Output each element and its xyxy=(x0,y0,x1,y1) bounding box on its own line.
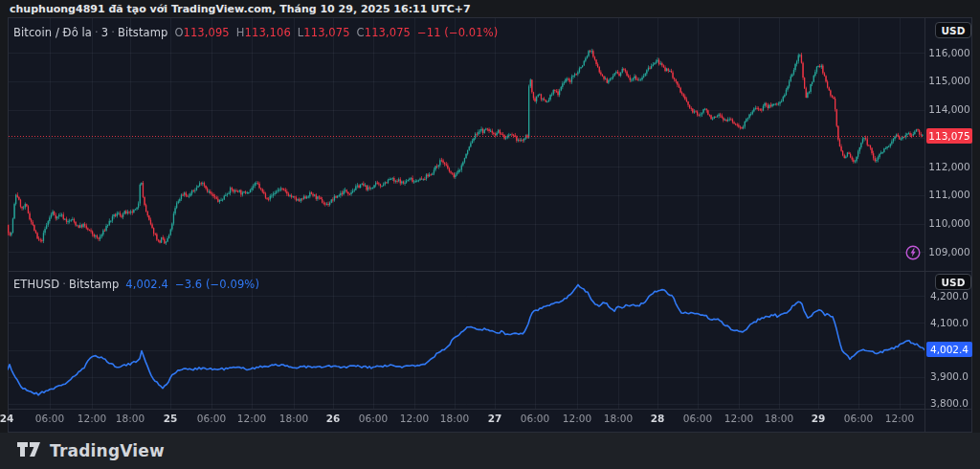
eth-price-tick-label: 3,800.0 xyxy=(924,397,974,409)
btc-ohlc-high: H113,106 xyxy=(236,26,291,39)
btc-ohlc-open: O113,095 xyxy=(174,26,229,39)
btc-ohlc-low: L113,075 xyxy=(298,26,350,39)
time-tick-label: 06:00 xyxy=(359,413,388,424)
time-tick-label: 24 xyxy=(0,413,13,424)
btc-legend: Bitcoin / Đô la·3·BitstampO113,095H113,1… xyxy=(13,26,498,39)
btc-price-tick-label: 114,000 xyxy=(924,103,974,115)
time-tick-label: 18:00 xyxy=(279,413,308,424)
tradingview-brand-text[interactable]: TradingView xyxy=(50,441,165,460)
time-tick-label: 12:00 xyxy=(563,413,591,424)
lightning-icon[interactable] xyxy=(905,245,921,260)
time-tick-label: 06:00 xyxy=(197,413,226,424)
time-tick-label: 27 xyxy=(488,413,502,424)
eth-last-value: 4,002.4 xyxy=(125,278,168,291)
tradingview-logo-icon[interactable] xyxy=(17,441,41,461)
time-tick-label: 06:00 xyxy=(844,413,873,424)
time-tick-label: 06:00 xyxy=(35,413,64,424)
btc-ohlc-close: C113,075 xyxy=(357,26,411,39)
time-tick-label: 18:00 xyxy=(116,413,145,424)
btc-price-tick-label: 109,000 xyxy=(924,246,974,257)
time-tick-label: 12:00 xyxy=(78,413,106,424)
btc-currency-badge[interactable]: USD xyxy=(935,22,971,38)
eth-last-price-badge: 4,002.4 xyxy=(926,342,972,357)
time-tick-label: 25 xyxy=(164,413,178,424)
time-tick-label: 18:00 xyxy=(604,413,633,424)
eth-exchange: Bitstamp xyxy=(69,278,119,291)
btc-price-tick-label: 111,000 xyxy=(924,189,974,200)
time-tick-label: 12:00 xyxy=(885,413,914,424)
btc-last-price-badge: 113,075 xyxy=(926,128,972,144)
btc-price-tick-label: 112,000 xyxy=(924,161,974,172)
btc-change: −11 (−0.01%) xyxy=(417,26,498,39)
eth-legend: ETHUSD·Bitstamp4,002.4−3.6 (−0.09%) xyxy=(13,278,259,291)
btc-price-tick-label: 116,000 xyxy=(924,47,974,58)
time-axis-separator xyxy=(9,409,972,410)
eth-price-tick-label: 4,200.0 xyxy=(924,290,974,302)
time-tick-label: 12:00 xyxy=(724,413,753,424)
footer-bar: TradingView xyxy=(0,433,980,469)
time-tick-label: 29 xyxy=(812,413,826,424)
btc-price-tick-label: 115,000 xyxy=(924,75,974,86)
time-tick-label: 12:00 xyxy=(400,413,429,424)
chart-canvas[interactable] xyxy=(0,0,980,469)
eth-price-tick-label: 3,900.0 xyxy=(924,370,974,382)
eth-currency-badge[interactable]: USD xyxy=(935,274,971,290)
time-tick-label: 18:00 xyxy=(440,413,469,424)
time-tick-label: 18:00 xyxy=(765,413,793,424)
time-tick-label: 26 xyxy=(326,413,341,424)
btc-price-tick-label: 110,000 xyxy=(924,217,974,229)
eth-symbol-title[interactable]: ETHUSD xyxy=(13,278,59,291)
eth-change: −3.6 (−0.09%) xyxy=(175,278,259,291)
eth-price-tick-label: 4,100.0 xyxy=(924,317,974,328)
btc-symbol-title[interactable]: Bitcoin / Đô la xyxy=(13,26,92,39)
time-tick-label: 12:00 xyxy=(237,413,266,424)
time-tick-label: 28 xyxy=(651,413,665,424)
time-tick-label: 06:00 xyxy=(521,413,549,424)
btc-exchange: Bitstamp xyxy=(118,26,167,39)
time-tick-label: 06:00 xyxy=(683,413,712,424)
panel-separator xyxy=(9,271,972,272)
